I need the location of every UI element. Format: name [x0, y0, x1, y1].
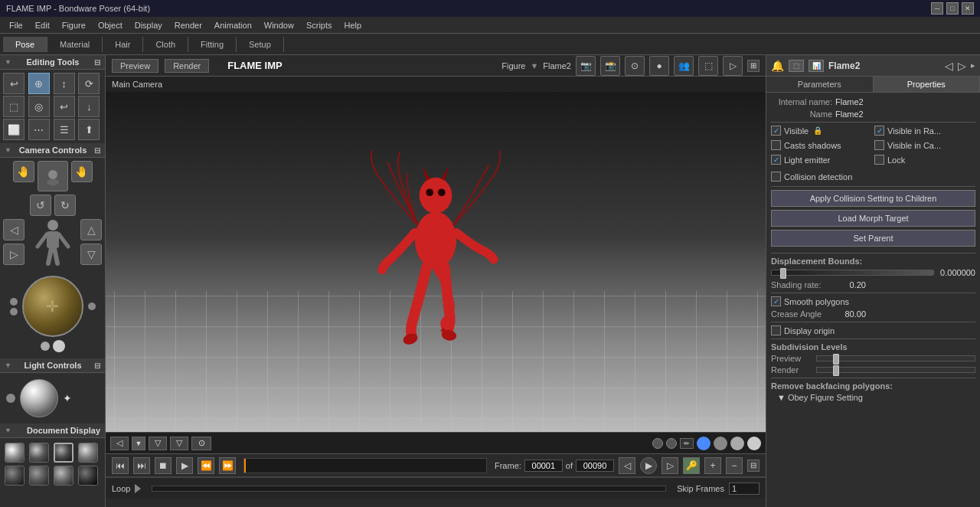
- timeline-track[interactable]: [243, 458, 487, 473]
- zoom-in-dot[interactable]: [53, 340, 65, 352]
- sphere-outline[interactable]: [54, 443, 74, 463]
- fig-left-btn[interactable]: ◁: [3, 219, 24, 240]
- loop-indicator[interactable]: [135, 484, 141, 493]
- camera-icon-1[interactable]: 📷: [576, 56, 596, 76]
- rp-prev-btn[interactable]: ◁: [945, 60, 953, 72]
- tl-play-circle-btn[interactable]: ▶: [640, 457, 657, 474]
- mode-dot-1[interactable]: [652, 438, 663, 449]
- vp-nav-right[interactable]: ▽: [149, 437, 167, 450]
- figure-head[interactable]: [38, 161, 68, 191]
- figure-left-hand[interactable]: 🤚: [13, 161, 34, 182]
- fig-up-btn[interactable]: △: [80, 219, 102, 240]
- menu-window[interactable]: Window: [258, 19, 300, 31]
- tab-cloth[interactable]: Cloth: [143, 37, 188, 52]
- trackball[interactable]: ✛: [22, 276, 83, 337]
- tl-step-back-btn[interactable]: ⏪: [198, 457, 214, 474]
- tool-scale[interactable]: ↕: [54, 73, 75, 94]
- camera-icon-5[interactable]: 👥: [674, 56, 694, 76]
- light-ball[interactable]: [20, 379, 58, 417]
- menu-animation[interactable]: Animation: [208, 19, 258, 31]
- sphere-small-1[interactable]: [5, 466, 24, 486]
- tl-stop-btn[interactable]: ⏹: [155, 457, 172, 474]
- frame-current[interactable]: 00001: [524, 460, 563, 472]
- tool-hair2[interactable]: ⋯: [28, 119, 50, 140]
- light-handle-top[interactable]: [6, 394, 15, 403]
- rp-icon-btn[interactable]: ⬚: [789, 60, 804, 72]
- tab-setup[interactable]: Setup: [237, 37, 284, 52]
- figure-turn-right[interactable]: ↻: [54, 195, 76, 216]
- visible-checkbox[interactable]: [771, 126, 781, 136]
- tool-morph[interactable]: ⟳: [78, 73, 100, 94]
- tool-face[interactable]: ⬜: [3, 119, 24, 140]
- load-morph-target-button[interactable]: Load Morph Target: [771, 210, 975, 227]
- document-display-header[interactable]: ▼ Document Display: [0, 424, 105, 438]
- rp-more-btn[interactable]: ▸: [971, 61, 975, 70]
- lock-checkbox[interactable]: [874, 155, 884, 165]
- preview-subdiv-thumb[interactable]: [833, 354, 839, 365]
- tab-hair[interactable]: Hair: [103, 37, 143, 52]
- tool-select[interactable]: ◎: [28, 96, 50, 117]
- render-button[interactable]: Render: [165, 59, 209, 73]
- timeline-scrub[interactable]: [152, 486, 666, 492]
- tool-group[interactable]: ↓: [78, 96, 100, 117]
- visible-ca-checkbox[interactable]: [874, 140, 884, 150]
- tab-material[interactable]: Material: [47, 37, 103, 52]
- visible-ra-checkbox[interactable]: [874, 126, 884, 136]
- menu-display[interactable]: Display: [129, 19, 168, 31]
- trackball-ctrl-2[interactable]: [10, 308, 18, 316]
- sphere-medium[interactable]: [78, 443, 98, 463]
- menu-file[interactable]: File: [3, 19, 29, 31]
- maximize-button[interactable]: □: [946, 2, 959, 15]
- mode-dot-2[interactable]: [666, 438, 677, 449]
- zoom-out-dot[interactable]: [41, 342, 50, 351]
- tool-prop[interactable]: ⬆: [78, 119, 100, 140]
- sphere-small-4[interactable]: [78, 466, 98, 486]
- tl-prev-frame-btn[interactable]: ⏭: [133, 457, 150, 474]
- vp-nav-down[interactable]: ▽: [170, 437, 188, 450]
- smooth-polygons-checkbox[interactable]: [771, 296, 781, 306]
- tab-properties[interactable]: Properties: [874, 77, 981, 92]
- preview-subdiv-slider[interactable]: [816, 355, 975, 361]
- trackball-ctrl-1[interactable]: [10, 298, 18, 306]
- tool-cloth2[interactable]: ☰: [54, 119, 75, 140]
- sphere-small-2[interactable]: [29, 466, 49, 486]
- tl-step-fwd-btn[interactable]: ⏩: [219, 457, 236, 474]
- vp-nav-left[interactable]: ◁: [110, 437, 129, 450]
- tool-rotate[interactable]: ↩: [3, 73, 24, 94]
- viewport-collapse-btn[interactable]: ⊞: [747, 60, 760, 72]
- camera-icon-2[interactable]: 📸: [600, 56, 620, 76]
- menu-scripts[interactable]: Scripts: [300, 19, 338, 31]
- sphere-white[interactable]: [5, 443, 24, 463]
- tab-parameters[interactable]: Parameters: [766, 77, 874, 92]
- light-emitter-checkbox[interactable]: [771, 155, 781, 165]
- render-subdiv-slider[interactable]: [816, 367, 975, 373]
- vp-frame-ctrl[interactable]: ⊙: [191, 437, 211, 450]
- sphere-dark[interactable]: [29, 443, 49, 463]
- casts-shadows-checkbox[interactable]: [771, 140, 781, 150]
- set-parent-button[interactable]: Set Parent: [771, 230, 975, 247]
- trackball-ctrl-3[interactable]: [88, 303, 96, 310]
- mode-dot-5[interactable]: [747, 437, 761, 450]
- tool-translate[interactable]: ⊕: [28, 73, 50, 94]
- vp-dropdown[interactable]: ▼: [132, 437, 145, 450]
- displacement-thumb[interactable]: [780, 268, 786, 279]
- draw-icon[interactable]: ✏: [680, 438, 694, 449]
- rp-chart-btn[interactable]: 📊: [808, 60, 824, 72]
- menu-render[interactable]: Render: [168, 19, 208, 31]
- rp-next-btn[interactable]: ▷: [958, 60, 966, 72]
- figure-right-hand[interactable]: 🤚: [71, 161, 93, 182]
- tl-options-btn[interactable]: ⊟: [747, 460, 760, 472]
- camera-icon-7[interactable]: ▷: [723, 56, 743, 76]
- collision-checkbox[interactable]: [771, 172, 781, 182]
- menu-help[interactable]: Help: [338, 19, 368, 31]
- viewport-canvas[interactable]: ◁ ▼ ▽ ▽ ⊙ ✏: [106, 92, 766, 453]
- tab-pose[interactable]: Pose: [3, 37, 47, 52]
- light-star-icon[interactable]: ✦: [63, 392, 72, 404]
- light-controls-header[interactable]: ▼ Light Controls ⊟: [0, 358, 105, 373]
- displacement-slider[interactable]: [771, 270, 934, 276]
- menu-edit[interactable]: Edit: [29, 19, 56, 31]
- tl-key-btn[interactable]: 🔑: [683, 457, 700, 474]
- close-button[interactable]: ✕: [962, 2, 974, 15]
- preview-button[interactable]: Preview: [112, 59, 158, 73]
- tl-del-key-btn[interactable]: −: [726, 457, 743, 474]
